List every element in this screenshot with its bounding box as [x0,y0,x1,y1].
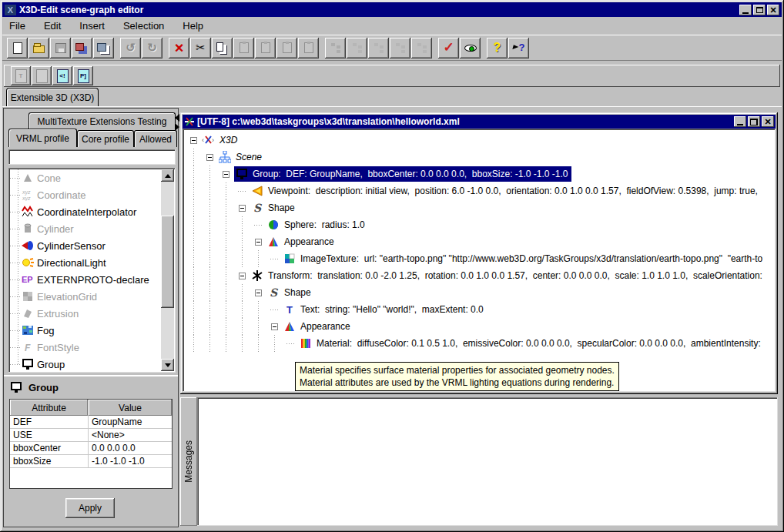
close-button[interactable]: ✕ [767,5,779,15]
column-header-attribute[interactable]: Attribute [10,400,89,416]
tab-multitexture-extensions[interactable]: MultiTexture Extensions Testing [28,112,176,129]
coordinate-interpolator-icon [21,206,34,218]
list-item-group[interactable]: Group [10,356,161,371]
open-file-button[interactable] [28,38,49,59]
tree-row-shape[interactable]: S Shape [186,199,773,216]
attribute-panel-title: Group [28,382,59,393]
preview-eye-icon [464,45,477,52]
palette-filter-input[interactable] [8,149,176,165]
tree-row-scene[interactable]: Scene [186,149,773,166]
attr-value[interactable]: GroupName [89,416,172,428]
save-all-button[interactable] [72,38,92,59]
save-copy-button[interactable] [93,38,114,59]
insert-pi-button[interactable]: P] [73,66,93,85]
structure-tree-icon [330,42,342,54]
messages-content[interactable] [197,397,778,526]
tree-row-material[interactable]: Material: diffuseColor: 0.1 0.5 1.0, emi… [186,335,773,352]
cylinder-icon [21,223,34,235]
tree-row-text[interactable]: T Text: string: "Hello" "world!", maxExt… [186,301,773,318]
list-item-directional-light[interactable]: DirectionalLight [10,254,161,271]
title-bar[interactable]: X X3D-Edit scene-graph editor ✕ [2,2,782,17]
list-item-cylinder-sensor[interactable]: CylinderSensor [10,237,161,254]
open-file-icon [33,45,45,53]
column-header-value[interactable]: Value [89,400,172,416]
selected-node[interactable]: Group: DEF: GroupName, bboxCenter: 0.0 0… [234,166,571,182]
copy-icon [216,42,223,52]
tree-row-shape2[interactable]: S Shape [186,284,773,301]
help-button[interactable]: ? [487,38,508,59]
cut-button[interactable]: ✂ [190,38,211,59]
editor-title-bar[interactable]: [UTF-8] c:\web3d\taskgroups\x3d\translat… [183,115,776,129]
insert-comment-button[interactable]: <! [52,66,72,85]
document-icon [184,116,195,127]
menu-bar: File Edit Insert Selection Help [2,17,782,35]
collapse-children-icon [416,42,428,54]
expand-toggle[interactable] [255,239,262,246]
menu-edit[interactable]: Edit [44,20,61,32]
list-item-externproto-declare[interactable]: EPEXTERNPROTO-declare [10,271,161,288]
scroll-up-button[interactable] [161,169,174,182]
menu-file[interactable]: File [9,20,25,32]
coordinate-icon: xyzxyz [21,189,34,201]
expand-toggle[interactable] [239,273,246,279]
collapse-children-button [411,38,432,59]
delete-button[interactable]: × [169,38,189,59]
editor-close-button[interactable]: ✕ [762,116,774,127]
tree-row-x3d[interactable]: ‹› X3D [186,132,773,149]
scroll-down-button[interactable] [161,359,174,371]
expand-children-icon [394,42,407,54]
tab-allowed[interactable]: Allowed [134,130,177,147]
expand-toggle[interactable] [206,154,213,161]
tree-row-appearance2[interactable]: Appearance [186,318,773,335]
expand-toggle[interactable] [255,289,262,296]
group-icon [235,168,249,180]
tab-core-profile[interactable]: Core profile [77,130,134,147]
tree-row-sphere[interactable]: Sphere: radius: 1.0 [186,216,773,233]
menu-help[interactable]: Help [183,20,203,32]
demote-node-icon [373,42,385,54]
apply-button[interactable]: Apply [65,498,115,518]
minimize-button[interactable] [739,5,752,15]
svg-text:‹: ‹ [202,136,204,144]
toolbar: ↺ ↻ × ✂ ✓ ? ? [2,35,782,61]
expand-toggle[interactable] [223,171,230,178]
tree-row-appearance[interactable]: Appearance [186,233,773,250]
arrow-up-icon [165,174,171,178]
maximize-button[interactable] [753,5,766,15]
expand-toggle[interactable] [271,323,278,330]
context-help-button[interactable]: ? [508,38,529,59]
messages-label: Messages [183,440,194,483]
shape-icon: S [266,286,280,299]
validate-button[interactable]: ✓ [438,38,459,59]
menu-selection[interactable]: Selection [123,20,164,32]
menu-insert[interactable]: Insert [79,20,105,32]
scrollbar-thumb[interactable] [161,216,174,308]
tab-vrml-profile[interactable]: VRML profile [8,129,77,147]
app-icon: X [5,5,16,15]
appearance-icon [283,320,297,333]
tree-row-viewpoint[interactable]: Viewpoint: description: initial view, po… [186,182,773,199]
tree-row-imagetexture[interactable]: ImageTexture: url: "earth-topo.png" "htt… [186,250,773,267]
editor-minimize-button[interactable] [734,116,746,127]
minimize-icon [742,12,749,14]
attr-value[interactable]: 0.0 0.0 0.0 [89,442,172,454]
list-item-coordinate-interpolator[interactable]: CoordinateInterpolator [10,203,161,220]
attr-value[interactable]: <None> [89,429,172,441]
new-document-button[interactable] [7,38,28,59]
attr-value[interactable]: -1.0 -1.0 -1.0 [89,455,172,467]
tree-row-group[interactable]: Group: DEF: GroupName, bboxCenter: 0.0 0… [186,166,773,182]
table-row: DEFGroupName [10,416,172,429]
expand-toggle[interactable] [190,137,197,144]
list-item-fog[interactable]: Fog [10,322,161,339]
collapse-left-icon[interactable] [175,114,179,122]
preview-scene-button[interactable] [460,38,481,59]
expand-toggle[interactable] [239,205,246,212]
tree-row-transform[interactable]: Transform: translation: 0.0 -2.0 1.25, r… [186,267,773,284]
collapse-right-icon[interactable] [175,123,179,131]
copy-button[interactable] [212,38,233,59]
editor-restore-button[interactable] [748,116,760,127]
tab-extensible-3d[interactable]: Extensible 3D (X3D) [6,88,99,107]
template-blank-button [32,66,52,85]
cut-icon: ✂ [196,42,206,53]
palette-scrollbar[interactable] [161,169,174,371]
